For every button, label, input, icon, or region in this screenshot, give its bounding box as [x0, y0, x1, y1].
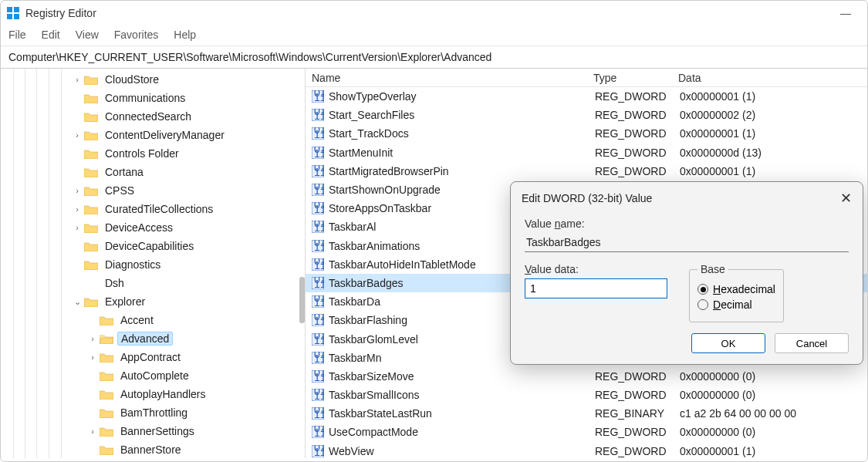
address-bar[interactable]: Computer\HKEY_CURRENT_USER\Software\Micr…: [1, 46, 867, 69]
edit-dword-dialog: Edit DWORD (32-bit) Value ✕ Value name: …: [510, 181, 863, 365]
folder-icon: [84, 167, 98, 177]
tree-item[interactable]: ›CPSS: [72, 181, 228, 200]
tree-item[interactable]: ConnectedSearch: [72, 107, 228, 126]
menu-bar: File Edit View Favorites Help: [1, 25, 867, 46]
tree-item[interactable]: ›CuratedTileCollections: [72, 200, 228, 218]
dword-icon: [312, 426, 324, 438]
expand-icon[interactable]: ›: [87, 427, 98, 436]
dword-icon: [312, 258, 324, 271]
expand-icon[interactable]: ›: [72, 223, 83, 232]
tree-item[interactable]: ⌄Explorer: [72, 292, 228, 311]
dword-icon: [312, 109, 324, 121]
value-type: REG_DWORD: [589, 370, 674, 383]
tree-item[interactable]: Accent: [72, 311, 228, 329]
tree-item[interactable]: ›BannerSettings: [72, 422, 228, 440]
expand-icon[interactable]: ›: [72, 75, 83, 84]
value-name-input[interactable]: [525, 233, 849, 252]
tree-item-label: DeviceCapabilities: [102, 239, 197, 253]
menu-favorites[interactable]: Favorites: [114, 29, 159, 41]
menu-file[interactable]: File: [8, 29, 26, 41]
expand-icon[interactable]: ⌄: [72, 297, 83, 307]
list-row[interactable]: UseCompactModeREG_DWORD0x00000000 (0): [306, 423, 867, 441]
tree-item-label: BamThrottling: [117, 406, 191, 420]
list-row[interactable]: TaskbarStateLastRunREG_BINARYc1 a2 2b 64…: [306, 404, 867, 423]
tree-item-label: Explorer: [102, 295, 148, 309]
list-row[interactable]: Start_SearchFilesREG_DWORD0x00000002 (2): [306, 106, 867, 124]
column-header-name[interactable]: Name: [306, 72, 587, 84]
value-name: Start_SearchFiles: [329, 109, 589, 121]
dword-icon: [312, 333, 324, 346]
tree-item[interactable]: BannerStore: [72, 440, 228, 458]
tree-pane[interactable]: ›CloudStoreCommunicationsConnectedSearch…: [1, 69, 306, 458]
tree-item[interactable]: BamThrottling: [72, 403, 228, 422]
value-type: REG_BINARY: [589, 407, 674, 420]
tree-item[interactable]: Diagnostics: [72, 255, 228, 274]
column-header-data[interactable]: Data: [672, 72, 867, 84]
dword-icon: [312, 389, 324, 401]
menu-edit[interactable]: Edit: [42, 29, 60, 41]
tree-item[interactable]: Communications: [72, 89, 228, 107]
list-row[interactable]: TaskbarSmallIconsREG_DWORD0x00000000 (0): [306, 386, 867, 404]
folder-icon: [84, 222, 98, 233]
dword-icon: [312, 202, 324, 214]
cancel-button[interactable]: Cancel: [775, 333, 849, 353]
list-row[interactable]: WebViewREG_DWORD0x00000001 (1): [306, 442, 867, 460]
tree-item[interactable]: Dsh: [72, 274, 228, 292]
tree-item-label: CloudStore: [102, 73, 162, 86]
tree-item[interactable]: DeviceCapabilities: [72, 237, 228, 255]
expand-icon[interactable]: ›: [72, 204, 83, 214]
dialog-title: Edit DWORD (32-bit) Value: [522, 192, 652, 204]
value-name-label: Value name:: [525, 218, 585, 230]
list-row[interactable]: TaskbarSizeMoveREG_DWORD0x00000000 (0): [306, 367, 867, 386]
dword-icon: [312, 370, 324, 383]
tree-item[interactable]: Cortana: [72, 163, 228, 181]
list-row[interactable]: Start_TrackDocsREG_DWORD0x00000001 (1): [306, 124, 867, 143]
tree-item-label: ContentDeliveryManager: [102, 128, 228, 142]
minimize-button[interactable]: —: [830, 2, 861, 24]
radio-icon: [697, 284, 708, 295]
expand-icon[interactable]: ›: [87, 334, 98, 343]
close-icon[interactable]: ✕: [840, 190, 852, 207]
tree-item-label: Diagnostics: [102, 258, 164, 271]
dword-icon: [312, 165, 324, 177]
list-header[interactable]: Name Type Data: [306, 69, 867, 87]
radio-hex[interactable]: Hexadecimal: [697, 283, 775, 295]
tree-item[interactable]: AutoplayHandlers: [72, 385, 228, 403]
tree-item-label: DeviceAccess: [102, 221, 176, 234]
ok-button[interactable]: OK: [691, 333, 765, 353]
tree-item[interactable]: ›DeviceAccess: [72, 218, 228, 237]
tree-item[interactable]: AutoComplete: [72, 366, 228, 385]
folder-icon: [100, 426, 113, 437]
list-row[interactable]: StartMenuInitREG_DWORD0x0000000d (13): [306, 143, 867, 162]
menu-view[interactable]: View: [76, 29, 99, 41]
tree-item[interactable]: ›Advanced: [72, 329, 228, 348]
value-data-input[interactable]: [525, 278, 667, 298]
tree-scrollbar-thumb[interactable]: [299, 277, 305, 323]
dword-icon: [312, 352, 324, 364]
list-row[interactable]: ShowTypeOverlayREG_DWORD0x00000001 (1): [306, 87, 867, 106]
folder-icon: [84, 74, 98, 85]
tree-item[interactable]: ›AppContract: [72, 348, 228, 366]
dword-icon: [312, 445, 324, 457]
dword-icon: [312, 277, 324, 289]
tree-item[interactable]: Controls Folder: [72, 144, 228, 163]
value-name: WebView: [329, 445, 589, 457]
tree-item[interactable]: ›ContentDeliveryManager: [72, 126, 228, 144]
base-group: Base Hexadecimal Decimal: [689, 263, 784, 322]
folder-icon: [100, 333, 113, 344]
radio-dec[interactable]: Decimal: [697, 298, 775, 311]
expand-icon[interactable]: ›: [87, 352, 98, 362]
column-header-type[interactable]: Type: [587, 72, 672, 84]
tree-item[interactable]: ›CloudStore: [72, 70, 228, 89]
dword-icon: [312, 184, 324, 196]
dword-icon: [312, 407, 324, 420]
value-type: REG_DWORD: [589, 165, 674, 177]
value-name: UseCompactMode: [329, 426, 589, 438]
dword-icon: [312, 240, 324, 252]
value-data: 0x00000000 (0): [674, 426, 867, 438]
menu-help[interactable]: Help: [174, 29, 196, 41]
tree-item-label: BannerSettings: [117, 424, 198, 438]
expand-icon[interactable]: ›: [72, 186, 83, 195]
list-row[interactable]: StartMigratedBrowserPinREG_DWORD0x000000…: [306, 162, 867, 180]
expand-icon[interactable]: ›: [72, 130, 83, 140]
